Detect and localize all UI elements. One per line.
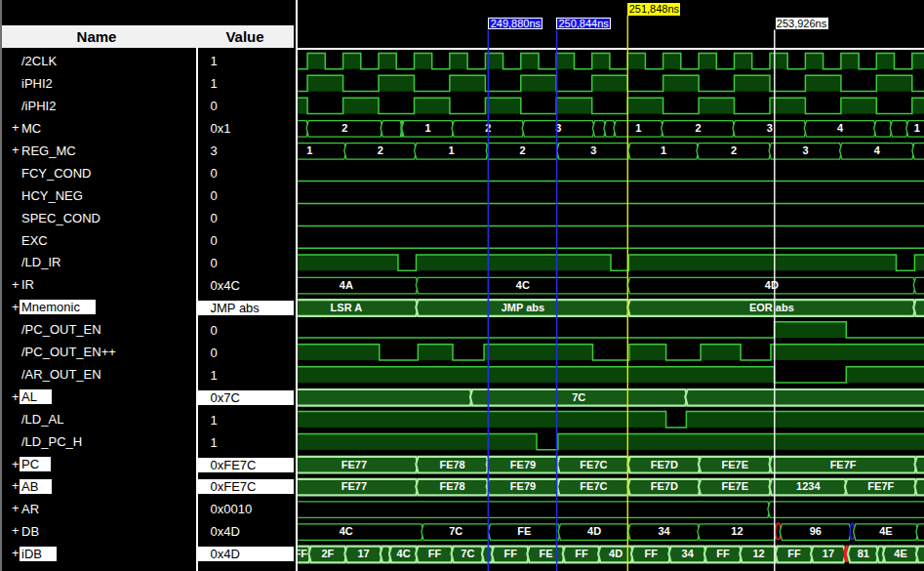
svg-text:FE7F: FE7F xyxy=(867,480,894,492)
svg-text:7C: 7C xyxy=(449,525,462,537)
svg-text:4D: 4D xyxy=(765,279,779,291)
svg-text:FF: FF xyxy=(428,548,442,559)
svg-text:3: 3 xyxy=(767,122,773,134)
svg-text:1: 1 xyxy=(448,144,454,156)
svg-text:1: 1 xyxy=(424,122,430,134)
svg-text:3: 3 xyxy=(590,144,596,156)
svg-text:FE7C: FE7C xyxy=(580,459,607,470)
svg-text:4A: 4A xyxy=(340,279,353,291)
svg-text:FE7E: FE7E xyxy=(722,459,749,470)
svg-text:FF: FF xyxy=(787,548,801,559)
svg-text:4C: 4C xyxy=(397,548,411,559)
svg-text:FE: FE xyxy=(517,525,531,537)
svg-text:4D: 4D xyxy=(587,525,601,537)
svg-text:FE79: FE79 xyxy=(510,480,536,492)
svg-text:4D: 4D xyxy=(609,548,623,559)
svg-text:FE7F: FE7F xyxy=(830,459,857,470)
svg-text:FF: FF xyxy=(575,548,588,559)
svg-text:JMP abs: JMP abs xyxy=(502,302,544,313)
svg-text:FF: FF xyxy=(716,548,730,559)
svg-text:4C: 4C xyxy=(516,279,530,291)
svg-text:EOR abs: EOR abs xyxy=(749,302,794,313)
svg-text:81: 81 xyxy=(858,548,869,559)
svg-text:FE: FE xyxy=(540,548,553,559)
svg-text:FE79: FE79 xyxy=(510,459,536,470)
svg-text:1: 1 xyxy=(661,144,666,156)
svg-text:FE7D: FE7D xyxy=(651,480,678,492)
svg-text:2: 2 xyxy=(519,144,525,156)
svg-text:FF: FF xyxy=(503,548,517,559)
svg-text:2: 2 xyxy=(378,144,383,156)
svg-text:4: 4 xyxy=(874,144,881,156)
svg-text:LSR A: LSR A xyxy=(331,302,363,313)
svg-text:96: 96 xyxy=(810,525,822,537)
svg-text:FF: FF xyxy=(644,548,658,559)
svg-text:FE78: FE78 xyxy=(439,459,464,470)
svg-text:4: 4 xyxy=(837,122,844,134)
svg-text:1: 1 xyxy=(914,122,920,134)
svg-text:FF: FF xyxy=(294,548,307,559)
svg-text:2: 2 xyxy=(731,144,737,156)
svg-text:17: 17 xyxy=(823,548,834,559)
svg-text:4E: 4E xyxy=(879,525,892,537)
svg-text:12: 12 xyxy=(731,525,743,537)
svg-text:17: 17 xyxy=(357,548,369,559)
svg-text:34: 34 xyxy=(682,548,695,559)
svg-text:1234: 1234 xyxy=(796,480,821,492)
svg-text:34: 34 xyxy=(658,525,670,537)
svg-text:4E: 4E xyxy=(894,548,906,559)
svg-text:FE7C: FE7C xyxy=(580,480,607,492)
svg-text:FE7E: FE7E xyxy=(722,480,749,492)
svg-text:FE7D: FE7D xyxy=(651,459,678,470)
svg-text:1: 1 xyxy=(635,122,641,134)
svg-text:2: 2 xyxy=(341,122,347,134)
svg-text:4C: 4C xyxy=(340,525,353,537)
svg-text:FE78: FE78 xyxy=(439,480,464,492)
svg-text:FE77: FE77 xyxy=(341,459,367,470)
svg-text:3: 3 xyxy=(802,144,808,156)
svg-text:1: 1 xyxy=(306,144,312,156)
svg-text:FE77: FE77 xyxy=(341,480,367,492)
svg-text:12: 12 xyxy=(752,548,764,559)
svg-text:7C: 7C xyxy=(461,548,474,559)
svg-text:7C: 7C xyxy=(572,391,585,403)
svg-text:2: 2 xyxy=(695,122,701,134)
svg-text:2F: 2F xyxy=(321,548,334,559)
